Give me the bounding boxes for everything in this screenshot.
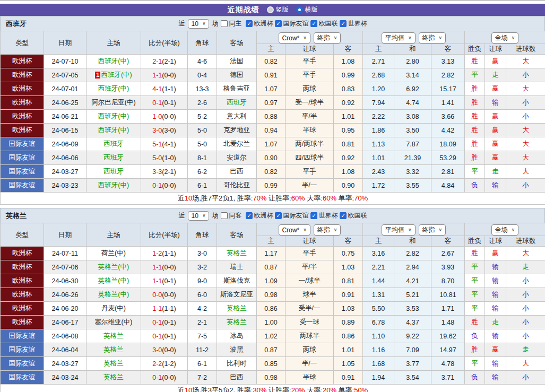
checkbox-checked-icon[interactable] — [246, 20, 253, 27]
avg-home-odds: 1.94 — [363, 371, 394, 385]
checkbox-checked-icon[interactable] — [275, 20, 282, 27]
average-stage-select[interactable]: 终指 — [419, 32, 446, 43]
away-team-name: 巴西 — [230, 168, 244, 175]
games-label: 场 — [212, 19, 218, 28]
layout-option-vertical[interactable]: 竖版 — [267, 5, 289, 14]
handicap-line: 半球 — [286, 124, 334, 137]
bookmaker-select[interactable]: Crow* — [279, 32, 310, 43]
handicap-away-odds: 0.91 — [334, 371, 363, 385]
layout-option-horizontal[interactable]: 横版 — [296, 5, 318, 14]
radio-selected-icon[interactable] — [296, 6, 303, 13]
wdl-result-cell: 胜 — [465, 55, 485, 68]
average-select[interactable]: 平均值 — [382, 224, 416, 236]
match-row: 国际友谊 24-03-24 英格兰 0-1(0-0) 7-2 巴西 0.98 半… — [1, 371, 545, 385]
avg-away-odds: 14.97 — [431, 343, 465, 357]
league-filter[interactable]: 欧洲杯 — [246, 211, 273, 220]
half-time-score: (0-1) — [162, 333, 176, 340]
sub-col-avg-home: 主 — [363, 236, 394, 247]
home-team-name: 西班牙(中) — [98, 126, 129, 134]
odds-stage-select[interactable]: 终指 — [314, 224, 341, 236]
handicap-result: 输 — [492, 99, 499, 106]
league-filter-group: 欧洲杯国际友谊世界杯欧国联 — [244, 211, 367, 220]
checkbox-unchecked-icon[interactable] — [221, 20, 228, 27]
avg-draw-odds: 3.53 — [394, 302, 431, 316]
checkbox-checked-icon[interactable] — [310, 20, 317, 27]
checkbox-unchecked-icon[interactable] — [221, 212, 228, 219]
league-filter[interactable]: 欧国联 — [310, 19, 338, 28]
scope-select[interactable]: 全场 — [491, 32, 519, 43]
home-team-name: 阿尔巴尼亚(中) — [91, 99, 135, 106]
summary-segment: 70% — [354, 194, 368, 202]
handicap-group-header: Crow* 终指 — [257, 223, 363, 236]
checkbox-checked-icon[interactable] — [310, 212, 317, 219]
away-team-cell: 西班牙 — [217, 96, 257, 110]
near-label: 近 — [179, 211, 185, 220]
match-row: 欧洲杯 24-07-11 荷兰(中) 1-2(1-1) 3-0 英格兰 1.17… — [1, 247, 545, 260]
handicap-result-cell: 输 — [485, 274, 506, 288]
handicap-result-cell: 输 — [485, 329, 506, 343]
handicap-home-odds: 0.98 — [257, 371, 286, 385]
checkbox-checked-icon[interactable] — [340, 212, 347, 219]
team-section-spain: 西班牙 近 10 场 同主 欧洲杯国际友谊欧国联世界杯 类型 日期 — [0, 16, 545, 205]
away-team-name: 克罗地亚 — [223, 126, 250, 134]
match-date-cell: 24-06-08 — [44, 329, 86, 343]
league-filter[interactable]: 国际友谊 — [275, 211, 308, 220]
goals-result-cell: 大 — [506, 55, 545, 68]
handicap-result-cell: 走 — [485, 68, 506, 82]
col-type: 类型 — [1, 223, 44, 247]
match-type-cell: 国际友谊 — [1, 357, 44, 371]
league-label: 欧国联 — [318, 19, 338, 28]
rank-badge: 1 — [95, 72, 100, 79]
checkbox-checked-icon[interactable] — [275, 212, 282, 219]
league-filter[interactable]: 世界杯 — [340, 19, 367, 28]
handicap-result: 走 — [492, 318, 499, 326]
match-count-select[interactable]: 10 — [188, 19, 210, 29]
scope-select[interactable]: 全场 — [491, 224, 519, 236]
avg-draw-odds: 3.50 — [394, 124, 431, 137]
sub-col-handicap-away: 客 — [334, 44, 363, 55]
average-stage-select[interactable]: 终指 — [419, 224, 446, 236]
same-venue-filter[interactable]: 同主 — [221, 19, 241, 28]
avg-draw-odds: 3.54 — [394, 371, 431, 385]
same-venue-label: 同客 — [229, 211, 241, 220]
col-away: 客场 — [217, 223, 257, 247]
sub-col-wdl: 胜负 — [465, 44, 485, 55]
checkbox-checked-icon[interactable] — [246, 212, 253, 219]
match-count-value: 10 — [192, 212, 198, 220]
same-venue-filter[interactable]: 同客 — [221, 211, 241, 220]
handicap-line: 两球 — [286, 343, 334, 357]
league-filter[interactable]: 欧洲杯 — [246, 19, 273, 28]
goals-result: 大 — [522, 154, 529, 161]
average-select[interactable]: 平均值 — [382, 32, 416, 43]
wdl-result: 胜 — [471, 318, 478, 326]
goals-result: 小 — [522, 71, 529, 79]
sub-col-handicap-away: 客 — [334, 236, 363, 247]
radio-unselected-icon[interactable] — [267, 6, 274, 13]
match-date-cell: 24-06-25 — [44, 96, 86, 110]
away-team-cell: 哥伦比亚 — [217, 179, 257, 193]
avg-away-odds: 1.41 — [431, 96, 465, 110]
league-filter[interactable]: 欧国联 — [340, 211, 367, 220]
handicap-away-odds: 0.75 — [334, 247, 363, 260]
match-count-select[interactable]: 10 — [188, 211, 210, 221]
league-filter[interactable]: 国际友谊 — [275, 19, 308, 28]
avg-away-odds: 4.42 — [431, 124, 465, 137]
match-type-cell: 国际友谊 — [1, 165, 44, 179]
handicap-home-odds: 0.94 — [257, 124, 286, 137]
league-filter[interactable]: 世界杯 — [310, 211, 338, 220]
handicap-home-odds: 1.07 — [257, 82, 286, 96]
full-time-score: 1-1 — [152, 305, 162, 312]
match-row: 欧洲杯 24-07-01 西班牙(中) 4-1(1-1) 13-3 格鲁吉亚 1… — [1, 82, 545, 96]
chevron-down-icon — [439, 36, 443, 40]
sub-col-handicap-line: 让球 — [286, 44, 334, 55]
checkbox-checked-icon[interactable] — [340, 20, 347, 27]
horizontal-option-label: 横版 — [305, 5, 318, 14]
odds-stage-select[interactable]: 终指 — [314, 32, 341, 43]
wdl-result: 胜 — [471, 57, 478, 65]
bookmaker-select[interactable]: Crow* — [279, 224, 310, 236]
away-team-name: 波黑 — [230, 346, 244, 353]
home-team-name: 英格兰 — [103, 332, 124, 339]
average-select-value: 平均值 — [385, 33, 404, 42]
average-stage-select-value: 终指 — [422, 33, 435, 42]
handicap-result: 输 — [492, 332, 499, 339]
